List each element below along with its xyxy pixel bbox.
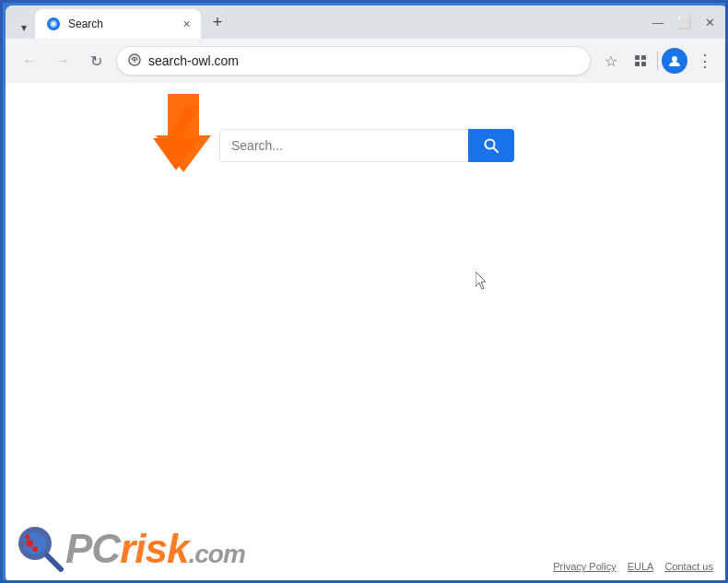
- bookmark-button[interactable]: ☆: [598, 48, 624, 74]
- privacy-policy-link[interactable]: Privacy Policy: [553, 561, 616, 572]
- svg-point-18: [26, 540, 33, 547]
- close-button[interactable]: ✕: [699, 11, 721, 33]
- pcrisk-logo: [15, 523, 65, 574]
- pcrisk-watermark: PCrisk.com: [15, 523, 245, 574]
- svg-point-2: [52, 22, 55, 26]
- tab-favicon: [46, 17, 61, 31]
- svg-marker-13: [156, 94, 211, 172]
- tab-list-icon: ▾: [21, 21, 27, 34]
- address-bar: ← → ↻ ☆: [6, 39, 728, 83]
- address-input[interactable]: [148, 53, 579, 68]
- footer-links: Privacy Policy EULA Contact us: [553, 561, 713, 572]
- refresh-button[interactable]: ↻: [83, 48, 109, 74]
- svg-point-19: [32, 546, 38, 552]
- window-controls: — ⬜ ✕: [647, 11, 721, 33]
- profile-button[interactable]: [662, 48, 687, 74]
- search-icon: [484, 138, 499, 153]
- svg-rect-7: [641, 55, 646, 60]
- menu-button[interactable]: ⋮: [691, 48, 717, 74]
- address-bar-actions: ☆ ⋮: [598, 48, 717, 74]
- svg-rect-9: [641, 62, 646, 66]
- active-tab[interactable]: Search ✕: [35, 9, 201, 39]
- svg-line-15: [494, 148, 499, 153]
- maximize-button[interactable]: ⬜: [673, 11, 695, 33]
- pcrisk-brand-text: PCrisk.com: [65, 526, 245, 572]
- search-input[interactable]: [219, 129, 468, 162]
- back-button[interactable]: ←: [17, 48, 42, 74]
- page-content: PCrisk.com Privacy Policy EULA Contact u…: [6, 83, 728, 583]
- search-button[interactable]: [468, 129, 514, 162]
- svg-rect-8: [635, 62, 640, 66]
- arrow-annotation: [135, 97, 217, 180]
- pcrisk-pc: PCrisk.com: [65, 526, 245, 572]
- svg-line-21: [47, 555, 61, 569]
- tab-bar: ▾ Search ✕ + — ⬜ ✕: [6, 6, 728, 39]
- divider: [657, 52, 658, 70]
- svg-point-10: [672, 56, 677, 62]
- address-input-wrapper[interactable]: [116, 46, 591, 76]
- svg-rect-6: [635, 55, 640, 60]
- mouse-cursor: [476, 272, 490, 290]
- tab-close-button[interactable]: ✕: [179, 17, 194, 31]
- svg-point-20: [26, 535, 30, 540]
- tab-title: Search: [68, 17, 171, 30]
- svg-marker-12: [153, 138, 199, 170]
- orange-arrow: [142, 94, 211, 176]
- new-tab-button[interactable]: +: [205, 9, 230, 35]
- minimize-button[interactable]: —: [647, 11, 669, 33]
- forward-button[interactable]: →: [50, 48, 76, 74]
- search-area: [219, 129, 514, 162]
- browser-window: ▾ Search ✕ + — ⬜ ✕ ← → ↻: [6, 6, 728, 583]
- tab-list-button[interactable]: ▾: [13, 17, 35, 39]
- extensions-button[interactable]: [628, 48, 653, 74]
- security-icon: [128, 53, 141, 69]
- eula-link[interactable]: EULA: [628, 561, 654, 572]
- contact-us-link[interactable]: Contact us: [664, 561, 713, 572]
